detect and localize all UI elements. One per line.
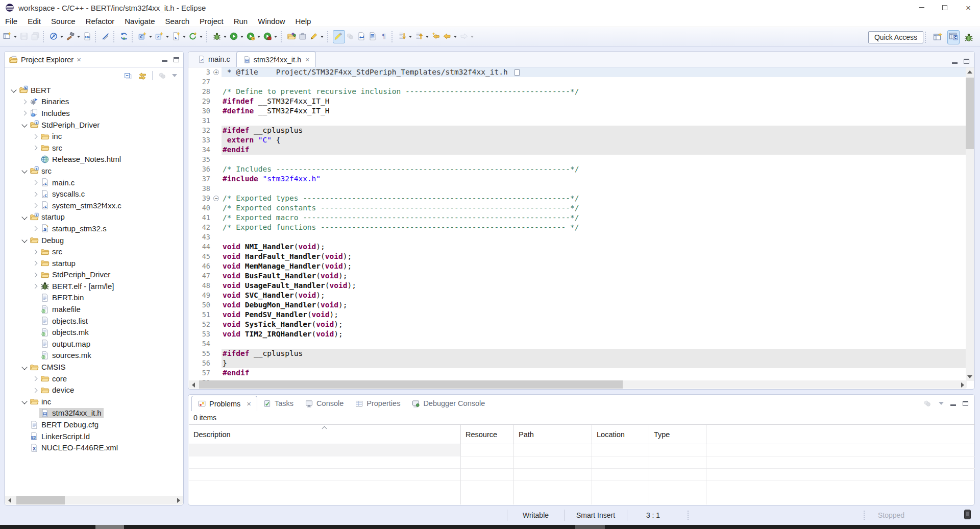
toggle-mark-button[interactable] (101, 31, 112, 43)
scroll-right-icon[interactable] (958, 380, 967, 389)
back-button[interactable] (442, 31, 459, 43)
menu-edit[interactable]: Edit (22, 17, 46, 26)
code-line[interactable]: 27 (189, 77, 967, 87)
tree-item[interactable]: makefile (5, 303, 183, 315)
tree-item[interactable]: .csystem_stm32f4xx.c (5, 200, 183, 211)
tree-item[interactable]: cStdPeriph_Driver (5, 119, 183, 131)
minimize-view-button[interactable] (950, 404, 956, 406)
tree-item[interactable]: BERT.elf - [arm/le] (5, 280, 183, 292)
scroll-down-icon[interactable] (966, 372, 974, 381)
debug-perspective-button[interactable] (964, 32, 974, 42)
minimize-window-button[interactable] (910, 0, 933, 15)
code-line[interactable]: 35 (189, 155, 967, 164)
scrollbar-thumb[interactable] (16, 496, 65, 504)
dropdown-arrow-icon[interactable] (454, 36, 457, 38)
quick-access-button[interactable]: Quick Access (868, 31, 923, 43)
menu-window[interactable]: Window (253, 17, 290, 26)
scroll-left-icon[interactable] (5, 496, 14, 504)
explorer-horizontal-scrollbar[interactable] (5, 496, 183, 504)
skip-all-breakpoints-button[interactable] (48, 31, 65, 43)
view-menu-icon[interactable] (172, 74, 177, 77)
tree-item[interactable]: objects.mk (5, 326, 183, 338)
menu-project[interactable]: Project (194, 17, 229, 26)
code-line[interactable]: 54 (189, 339, 967, 349)
fold-plus-icon[interactable]: + (212, 67, 222, 77)
menu-help[interactable]: Help (290, 17, 316, 26)
column-header-location[interactable]: Location (592, 425, 649, 444)
expander-closed-icon[interactable] (20, 109, 29, 117)
open-resource-button[interactable] (298, 31, 309, 43)
binary-file-button[interactable]: 010 (82, 31, 93, 43)
view-menu-icon[interactable] (939, 402, 944, 405)
new-c-file-button[interactable]: c (171, 31, 188, 43)
tree-item[interactable]: LDLinkerScript.ld (5, 430, 183, 442)
code-editor[interactable]: 3+ * @file Project/STM32F4xx_StdPeriph_T… (189, 67, 967, 381)
code-line[interactable]: 56} (189, 358, 967, 368)
maximize-window-button[interactable] (933, 0, 957, 15)
fold-minus-icon[interactable]: − (212, 194, 222, 203)
code-line[interactable]: 44void NMI_Handler(void); (189, 242, 967, 252)
close-tab-icon[interactable]: × (247, 399, 251, 408)
tree-item[interactable]: sources.mk (5, 350, 183, 362)
project-explorer-tab[interactable]: Project Explorer (21, 56, 74, 64)
tree-item[interactable]: Release_Notes.html (5, 154, 183, 165)
collapse-all-icon[interactable] (124, 71, 133, 80)
code-line[interactable]: 49void SVC_Handler(void); (189, 291, 967, 300)
dropdown-arrow-icon[interactable] (409, 36, 412, 38)
close-tab-icon[interactable]: × (305, 56, 309, 64)
code-line[interactable]: 32#ifdef __cplusplus (189, 126, 967, 135)
code-line[interactable]: 47void BusFault_Handler(void); (189, 271, 967, 281)
code-line[interactable]: 45void HardFault_Handler(void); (189, 252, 967, 261)
restart-green-button[interactable] (188, 31, 205, 43)
tree-item[interactable]: stm32f4xx_it.h (5, 407, 183, 419)
code-line[interactable]: 30#define __STM32F4xx_IT_H (189, 106, 967, 116)
expander-closed-icon[interactable] (31, 271, 39, 279)
expander-closed-icon[interactable] (31, 190, 39, 198)
expander-closed-icon[interactable] (31, 201, 39, 209)
new-cpp-project-button[interactable]: c (154, 31, 171, 43)
menu-source[interactable]: Source (46, 17, 81, 26)
open-perspective-button[interactable] (933, 32, 943, 42)
close-window-button[interactable]: × (957, 0, 980, 15)
folded-region-icon[interactable] (514, 69, 520, 76)
dropdown-arrow-icon[interactable] (471, 36, 474, 38)
tree-item[interactable]: inc (5, 396, 183, 407)
tree-item[interactable]: .cmain.c (5, 177, 183, 188)
code-line[interactable]: 3+ * @file Project/STM32F4xx_StdPeriph_T… (189, 67, 967, 77)
tree-item[interactable]: BERT Debug.cfg (5, 419, 183, 430)
minimize-editor-button[interactable] (952, 62, 958, 64)
tree-item[interactable]: cstartup (5, 211, 183, 223)
expander-closed-icon[interactable] (31, 248, 39, 256)
view-tab-console[interactable]: Console (299, 396, 349, 411)
expander-open-icon[interactable] (20, 121, 29, 129)
code-line[interactable]: 52void SysTick_Handler(void); (189, 320, 967, 329)
tree-item[interactable]: device (5, 384, 183, 396)
code-line[interactable]: 33 extern "C" { (189, 135, 967, 145)
tree-item[interactable]: .Sstartup_stm32.s (5, 223, 183, 234)
new-wizard-button[interactable] (2, 31, 19, 43)
dropdown-arrow-icon[interactable] (224, 36, 227, 38)
code-line[interactable]: 51void PendSV_Handler(void); (189, 310, 967, 320)
tree-item[interactable]: objects.list (5, 315, 183, 327)
build-button[interactable] (65, 31, 82, 43)
code-line[interactable]: 31 (189, 116, 967, 126)
run-button[interactable] (229, 31, 246, 43)
debug-button[interactable] (212, 31, 229, 43)
dropdown-arrow-icon[interactable] (77, 36, 80, 38)
code-line[interactable]: 42/* Exported functions ----------------… (189, 223, 967, 232)
expander-open-icon[interactable] (10, 86, 18, 94)
code-line[interactable]: 37#include "stm32f4xx.h" (189, 174, 967, 184)
view-tab-tasks[interactable]: Tasks (257, 396, 299, 411)
tree-item[interactable]: Debug (5, 234, 183, 246)
tree-item[interactable]: CBERT (5, 84, 183, 96)
tree-item[interactable]: startup (5, 257, 183, 269)
scrollbar-thumb[interactable] (966, 78, 974, 149)
expander-open-icon[interactable] (20, 166, 29, 175)
code-line[interactable]: 46void MemManage_Handler(void); (189, 261, 967, 271)
dropdown-arrow-icon[interactable] (183, 36, 186, 38)
dropdown-arrow-icon[interactable] (240, 36, 243, 38)
tree-item[interactable]: output.map (5, 338, 183, 350)
code-line[interactable]: 39−/* Exported types -------------------… (189, 194, 967, 203)
profile-button[interactable] (246, 31, 262, 43)
show-outline-button[interactable] (368, 31, 379, 43)
